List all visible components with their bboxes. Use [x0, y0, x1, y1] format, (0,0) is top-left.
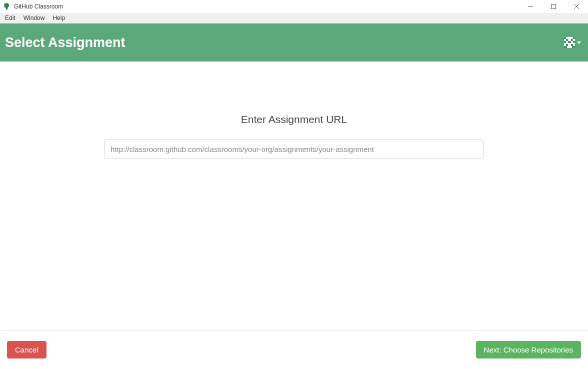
footer: Cancel Next: Choose Repositories [0, 330, 588, 369]
titlebar: GitHub Classroom [0, 0, 588, 13]
chevron-down-icon [577, 42, 581, 44]
cancel-button[interactable]: Cancel [7, 341, 46, 358]
content-heading: Enter Assignment URL [241, 114, 347, 126]
maximize-button[interactable] [542, 0, 565, 13]
minimize-button[interactable] [519, 0, 542, 13]
app-icon [3, 2, 11, 10]
close-button[interactable] [565, 0, 588, 13]
menubar: Edit Window Help [0, 13, 588, 24]
avatar-menu[interactable] [564, 37, 581, 48]
menu-help[interactable]: Help [48, 14, 69, 22]
menu-window[interactable]: Window [20, 14, 49, 22]
avatar [564, 37, 575, 48]
content-area: Enter Assignment URL [0, 62, 588, 330]
svg-rect-4 [552, 4, 556, 9]
header-banner: Select Assignment [0, 24, 588, 62]
page-title: Select Assignment [5, 35, 126, 50]
next-button[interactable]: Next: Choose Repositories [476, 341, 581, 358]
svg-point-2 [4, 4, 7, 6]
titlebar-left: GitHub Classroom [3, 2, 63, 10]
window-controls [519, 0, 588, 13]
menu-edit[interactable]: Edit [1, 14, 20, 22]
app-title: GitHub Classroom [14, 3, 63, 10]
assignment-url-input[interactable] [104, 140, 484, 158]
